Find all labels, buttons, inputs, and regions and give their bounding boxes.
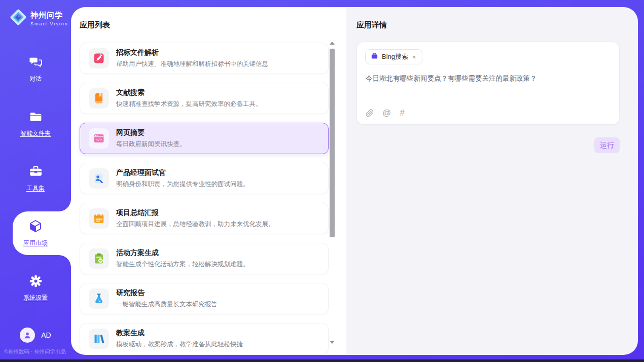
window-bottom-edge bbox=[0, 359, 644, 362]
sidebar-nav: 对话 智能文件夹 工具集 bbox=[0, 42, 71, 315]
toolbox-icon bbox=[29, 165, 43, 180]
app-desc: 全面回顾项目进展，总结经验教训，助力未来优化发展。 bbox=[116, 220, 275, 229]
avatar bbox=[20, 328, 35, 343]
app-name: 活动方案生成 bbox=[116, 248, 249, 258]
sidebar-item-label: 系统设置 bbox=[23, 294, 48, 302]
scroll-up-arrow-icon[interactable] bbox=[330, 42, 335, 45]
person-icon bbox=[23, 331, 32, 340]
paperclip-icon[interactable] bbox=[366, 109, 374, 117]
books-icon bbox=[89, 329, 109, 349]
active-tab-pill bbox=[13, 211, 71, 255]
sidebar-item-toolset[interactable]: 工具集 bbox=[0, 151, 71, 206]
user-account[interactable]: AD bbox=[0, 328, 71, 343]
app-logo: 神州问学 Smart Vision bbox=[0, 0, 71, 28]
brand-name: 神州问学 bbox=[30, 11, 68, 20]
sidebar-item-chat[interactable]: 对话 bbox=[0, 42, 71, 96]
briefcase-icon bbox=[371, 52, 378, 62]
sidebar-item-label: 应用市场 bbox=[23, 239, 48, 247]
app-desc: 明确身份和职责，为您提供专业性的面试问题。 bbox=[116, 180, 249, 189]
gear-icon bbox=[29, 274, 43, 290]
app-item-web-summary[interactable]: </> 网页摘要 每日政府新闻资讯快查。 bbox=[80, 123, 329, 154]
sidebar-item-app-market[interactable]: 应用市场 bbox=[0, 206, 71, 261]
tool-chip-bing-search[interactable]: Bing搜索 × bbox=[365, 49, 422, 64]
chip-close-icon[interactable]: × bbox=[412, 53, 417, 61]
scrollbar[interactable] bbox=[329, 41, 335, 345]
app-item-lesson-plan[interactable]: 教案生成 模板驱动，教案秒成，教学准备从此轻松快捷 bbox=[80, 323, 329, 354]
brand-subtitle: Smart Vision bbox=[30, 21, 68, 26]
clipboard-check-icon bbox=[89, 248, 109, 269]
app-name: 项目总结汇报 bbox=[116, 208, 275, 218]
app-desc: 模板驱动，教案秒成，教学准备从此轻松快捷 bbox=[116, 340, 243, 349]
book-icon bbox=[89, 88, 109, 108]
sidebar-item-label: 工具集 bbox=[26, 184, 45, 193]
sidebar-item-label: 对话 bbox=[29, 75, 42, 83]
svg-text:</>: </> bbox=[96, 138, 102, 142]
app-name: 产品经理面试官 bbox=[116, 168, 249, 177]
mention-icon[interactable]: @ bbox=[382, 108, 391, 117]
sidebar-item-settings[interactable]: 系统设置 bbox=[0, 261, 71, 315]
app-list-panel: 应用列表 招标文件解析 帮助用户快速、准确地理解和解析招标书中的关键信息 bbox=[71, 7, 346, 355]
app-name: 网页摘要 bbox=[116, 128, 186, 137]
chat-icon bbox=[29, 55, 43, 71]
query-text-input[interactable]: 今日湖北有哪些新闻要点？有哪些需要关注的最新政策？ bbox=[366, 74, 611, 84]
sidebar-item-smart-folder[interactable]: 智能文件夹 bbox=[0, 96, 71, 151]
scrollbar-thumb[interactable] bbox=[330, 49, 335, 237]
app-item-literature-search[interactable]: 文献搜索 快速精准查找学术资源，提高研究效率的必备工具。 bbox=[80, 83, 329, 114]
app-detail-panel: 应用详情 Bing搜索 × 今日湖北有哪些新闻要点？有哪些需要关注的最新政策？ bbox=[346, 7, 638, 355]
hash-icon[interactable]: # bbox=[400, 108, 404, 117]
app-name: 招标文件解析 bbox=[116, 48, 268, 57]
app-item-project-summary[interactable]: 项目总结汇报 全面回顾项目进展，总结经验教训，助力未来优化发展。 bbox=[80, 203, 329, 234]
run-button[interactable]: 运行 bbox=[594, 137, 620, 153]
flask-icon bbox=[89, 288, 109, 309]
copyright-text: ©神州数码 · 神州问学出品 bbox=[4, 348, 66, 355]
cube-icon bbox=[28, 219, 43, 235]
main-content: 应用列表 招标文件解析 帮助用户快速、准确地理解和解析招标书中的关键信息 bbox=[71, 7, 638, 355]
prompt-card[interactable]: Bing搜索 × 今日湖北有哪些新闻要点？有哪些需要关注的最新政策？ @ # bbox=[356, 42, 620, 125]
user-name: AD bbox=[41, 331, 51, 339]
app-list-title: 应用列表 bbox=[80, 20, 110, 30]
calendar-icon bbox=[89, 208, 109, 229]
scroll-down-arrow-icon[interactable] bbox=[330, 341, 335, 344]
tool-chip-label: Bing搜索 bbox=[382, 52, 408, 61]
folder-icon bbox=[29, 110, 43, 126]
app-desc: 每日政府新闻资讯快查。 bbox=[116, 140, 186, 149]
app-desc: 一键智能生成高质量长文本研究报告 bbox=[116, 300, 218, 309]
interviewer-icon bbox=[89, 168, 109, 189]
app-detail-title: 应用详情 bbox=[356, 20, 387, 30]
sidebar: 神州问学 Smart Vision 对话 智能文件夹 bbox=[0, 0, 71, 362]
app-desc: 智能生成个性化活动方案，轻松解决规划难题。 bbox=[116, 260, 249, 269]
app-name: 文献搜索 bbox=[116, 88, 262, 97]
browser-code-icon: </> bbox=[89, 128, 109, 149]
app-name: 教案生成 bbox=[116, 329, 243, 338]
app-desc: 帮助用户快速、准确地理解和解析招标书中的关键信息 bbox=[116, 60, 268, 68]
app-name: 研究报告 bbox=[116, 288, 218, 298]
sidebar-item-label: 智能文件夹 bbox=[20, 129, 51, 138]
input-toolbar: @ # bbox=[366, 108, 405, 117]
app-item-event-plan[interactable]: 活动方案生成 智能生成个性化活动方案，轻松解决规划难题。 bbox=[80, 243, 329, 274]
app-list: 招标文件解析 帮助用户快速、准确地理解和解析招标书中的关键信息 文献搜索 快速精… bbox=[80, 43, 329, 355]
app-item-research-report[interactable]: 研究报告 一键智能生成高质量长文本研究报告 bbox=[80, 283, 329, 314]
logo-diamond-icon bbox=[9, 8, 27, 28]
app-desc: 快速精准查找学术资源，提高研究效率的必备工具。 bbox=[116, 100, 262, 108]
pen-square-icon bbox=[89, 48, 109, 68]
app-item-pm-interviewer[interactable]: 产品经理面试官 明确身份和职责，为您提供专业性的面试问题。 bbox=[80, 163, 329, 194]
app-item-bid-analysis[interactable]: 招标文件解析 帮助用户快速、准确地理解和解析招标书中的关键信息 bbox=[80, 43, 329, 74]
